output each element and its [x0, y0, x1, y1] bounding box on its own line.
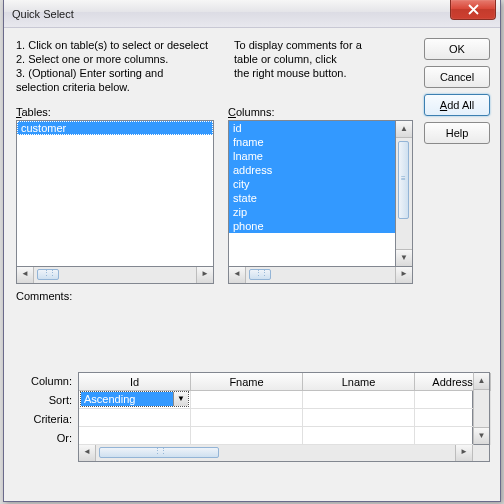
add-all-button[interactable]: Add All — [424, 94, 490, 116]
list-item[interactable]: address — [229, 163, 395, 177]
grid-header[interactable]: Fname — [191, 373, 303, 391]
grid-cell[interactable]: Ascending ▼ — [79, 391, 191, 409]
tables-label: Tables: — [16, 106, 214, 118]
chevron-down-icon[interactable]: ▼ — [173, 392, 188, 406]
titlebar[interactable]: Quick Select — [4, 0, 500, 28]
grid-cell[interactable] — [303, 427, 415, 445]
columns-vscroll[interactable]: ▲ ▼ — [396, 120, 413, 267]
tables-hscroll[interactable]: ◄ ► — [16, 267, 214, 284]
ok-button[interactable]: OK — [424, 38, 490, 60]
scroll-down-icon[interactable]: ▼ — [396, 249, 412, 266]
scroll-thumb[interactable] — [398, 141, 409, 219]
sort-value: Ascending — [81, 392, 173, 406]
scroll-thumb[interactable] — [37, 269, 59, 280]
instruction-hint: the right mouse button. — [234, 66, 374, 80]
list-item[interactable]: state — [229, 191, 395, 205]
scroll-left-icon[interactable]: ◄ — [229, 267, 246, 283]
scroll-right-icon[interactable]: ► — [455, 445, 472, 461]
grid-cell[interactable] — [191, 391, 303, 409]
grid-cell[interactable] — [303, 409, 415, 427]
criteria-grid[interactable]: Id Fname Lname Address Ascending ▼ — [78, 372, 473, 446]
grid-row-label: Sort: — [16, 391, 76, 410]
help-button[interactable]: Help — [424, 122, 490, 144]
grid-row-label: Column: — [16, 372, 76, 391]
grid-cell[interactable] — [191, 427, 303, 445]
columns-label: Columns: — [228, 106, 426, 118]
scroll-thumb[interactable] — [99, 447, 219, 458]
scroll-right-icon[interactable]: ► — [395, 267, 412, 283]
scroll-up-icon[interactable]: ▲ — [474, 373, 489, 390]
columns-listbox[interactable]: id fname lname address city state zip ph… — [228, 120, 396, 267]
scroll-down-icon[interactable]: ▼ — [474, 427, 489, 444]
comments-label: Comments: — [16, 290, 490, 302]
grid-hscroll[interactable]: ◄ ► — [78, 445, 490, 462]
list-item[interactable]: city — [229, 177, 395, 191]
scroll-corner — [472, 445, 489, 461]
columns-hscroll[interactable]: ◄ ► — [228, 267, 413, 284]
instruction-line: 3. (Optional) Enter sorting and — [16, 66, 218, 80]
tables-listbox[interactable]: customer — [16, 120, 214, 267]
instruction-line: selection criteria below. — [16, 80, 218, 94]
close-button[interactable] — [450, 0, 496, 20]
list-item[interactable]: zip — [229, 205, 395, 219]
grid-cell[interactable] — [79, 409, 191, 427]
sort-combo[interactable]: Ascending ▼ — [80, 391, 189, 407]
list-item[interactable]: lname — [229, 149, 395, 163]
window-title: Quick Select — [12, 8, 74, 20]
cancel-button[interactable]: Cancel — [424, 66, 490, 88]
grid-row-label: Criteria: — [16, 410, 76, 429]
list-item[interactable]: customer — [17, 121, 213, 135]
grid-cell[interactable] — [79, 427, 191, 445]
instruction-hint: table or column, click — [234, 52, 374, 66]
list-item[interactable]: id — [229, 121, 395, 135]
scroll-left-icon[interactable]: ◄ — [79, 445, 96, 461]
grid-header[interactable]: Id — [79, 373, 191, 391]
instruction-hint: To display comments for a — [234, 38, 374, 52]
scroll-left-icon[interactable]: ◄ — [17, 267, 34, 283]
list-item[interactable]: fname — [229, 135, 395, 149]
scroll-thumb[interactable] — [249, 269, 271, 280]
grid-vscroll[interactable]: ▲ ▼ — [473, 372, 490, 445]
scroll-up-icon[interactable]: ▲ — [396, 121, 412, 138]
instruction-line: 1. Click on table(s) to select or desele… — [16, 38, 218, 52]
grid-header[interactable]: Lname — [303, 373, 415, 391]
grid-row-label: Or: — [16, 429, 76, 448]
list-item[interactable]: phone — [229, 219, 395, 233]
grid-cell[interactable] — [191, 409, 303, 427]
instruction-line: 2. Select one or more columns. — [16, 52, 218, 66]
grid-cell[interactable] — [303, 391, 415, 409]
scroll-right-icon[interactable]: ► — [196, 267, 213, 283]
quick-select-dialog: Quick Select 1. Click on table(s) to sel… — [3, 0, 501, 502]
